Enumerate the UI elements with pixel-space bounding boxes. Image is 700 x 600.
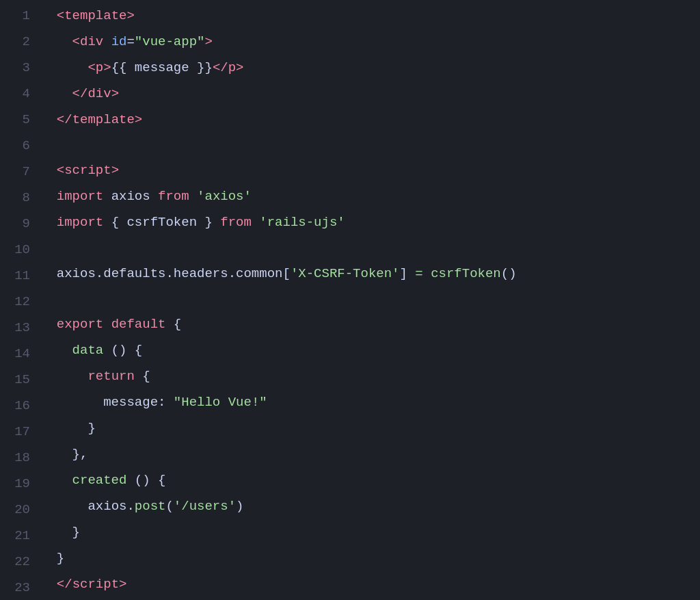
token: p — [228, 55, 236, 81]
token — [41, 467, 72, 493]
token — [41, 493, 88, 519]
code-line — [41, 235, 700, 260]
line-number: 12 — [5, 289, 30, 315]
line-number: 8 — [5, 185, 30, 211]
token — [41, 107, 57, 133]
code-line: import axios from 'axios' — [41, 183, 700, 209]
line-number: 10 — [5, 237, 30, 263]
token — [41, 519, 72, 545]
code-line: return { — [41, 363, 700, 389]
token — [41, 55, 88, 81]
token — [103, 29, 111, 55]
token: </ — [57, 571, 72, 597]
token: "Hello Vue!" — [174, 389, 267, 415]
code-line: data () { — [41, 337, 700, 363]
line-number: 23 — [5, 575, 30, 600]
line-number: 16 — [5, 393, 30, 419]
token: </ — [57, 107, 72, 133]
token: } — [88, 415, 95, 441]
token: }, — [72, 441, 88, 467]
token: axios. — [88, 493, 134, 519]
token: export — [57, 311, 103, 337]
token — [41, 545, 57, 571]
line-number: 19 — [5, 471, 30, 497]
token: > — [204, 29, 212, 55]
code-line: </template> — [41, 107, 700, 133]
token: > — [236, 55, 243, 81]
token — [252, 209, 259, 235]
token: ] — [400, 261, 416, 287]
token: < — [57, 157, 64, 183]
token — [41, 337, 72, 363]
line-number: 18 — [5, 445, 30, 471]
code-line — [41, 133, 700, 157]
token — [41, 81, 72, 107]
token: { — [135, 363, 150, 389]
line-number: 17 — [5, 419, 30, 445]
code-line: <script> — [41, 157, 700, 183]
line-number: 14 — [5, 341, 30, 367]
line-number: 7 — [5, 159, 30, 185]
token: [ — [282, 261, 290, 287]
line-numbers: 1234567891011121314151617181920212223 — [0, 3, 41, 597]
token: div — [88, 81, 111, 107]
code-line: message: "Hello Vue!" — [41, 389, 700, 415]
token — [189, 183, 197, 209]
code-line: axios.post('/users') — [41, 493, 700, 519]
token: () { — [103, 337, 142, 363]
token — [41, 3, 57, 29]
token: default — [111, 311, 166, 337]
token: message — [103, 389, 158, 415]
token: } — [57, 545, 64, 571]
token: {{ message }} — [111, 55, 213, 81]
code-line: created () { — [41, 467, 700, 493]
line-number: 6 — [5, 133, 30, 159]
token: = — [415, 261, 422, 287]
code-line: <div id="vue-app"> — [41, 29, 700, 55]
code-editor: 1234567891011121314151617181920212223 <t… — [0, 0, 700, 600]
line-number: 9 — [5, 211, 30, 237]
token: p — [96, 55, 103, 81]
line-number: 20 — [5, 497, 30, 523]
token: > — [126, 3, 134, 29]
token: from — [220, 209, 252, 235]
token — [41, 311, 57, 337]
token: "vue-app" — [135, 29, 205, 55]
token — [41, 571, 57, 597]
token: </ — [72, 81, 88, 107]
line-number: 21 — [5, 523, 30, 549]
token: post — [135, 493, 166, 519]
token: axios.defaults.headers.common — [57, 261, 283, 287]
token: data — [72, 337, 104, 363]
token — [41, 415, 88, 441]
token: csrfToken — [431, 261, 501, 287]
line-number: 4 — [5, 81, 30, 107]
token: 'rails-ujs' — [259, 209, 345, 235]
code-line: axios.defaults.headers.common['X-CSRF-To… — [41, 261, 700, 287]
token: div — [80, 29, 103, 55]
code-line — [41, 287, 700, 311]
token: } — [72, 519, 80, 545]
code-line: } — [41, 415, 700, 441]
token — [41, 209, 57, 235]
line-number: 22 — [5, 549, 30, 575]
token: template — [64, 3, 126, 29]
token: id — [111, 29, 127, 55]
token: < — [57, 3, 64, 29]
token — [41, 183, 57, 209]
code-line: export default { — [41, 311, 700, 337]
code-content: <template> <div id="vue-app"> <p>{{ mess… — [41, 3, 700, 597]
line-number: 3 — [5, 55, 30, 81]
token: > — [111, 81, 119, 107]
line-number: 13 — [5, 315, 30, 341]
token: import — [57, 183, 103, 209]
token: < — [88, 55, 95, 81]
token: { csrfToken } — [103, 209, 220, 235]
line-number: 11 — [5, 263, 30, 289]
token — [41, 363, 88, 389]
token: : — [158, 389, 174, 415]
line-number: 5 — [5, 107, 30, 133]
code-line: } — [41, 519, 700, 545]
token: created — [72, 467, 127, 493]
token: { — [165, 311, 181, 337]
